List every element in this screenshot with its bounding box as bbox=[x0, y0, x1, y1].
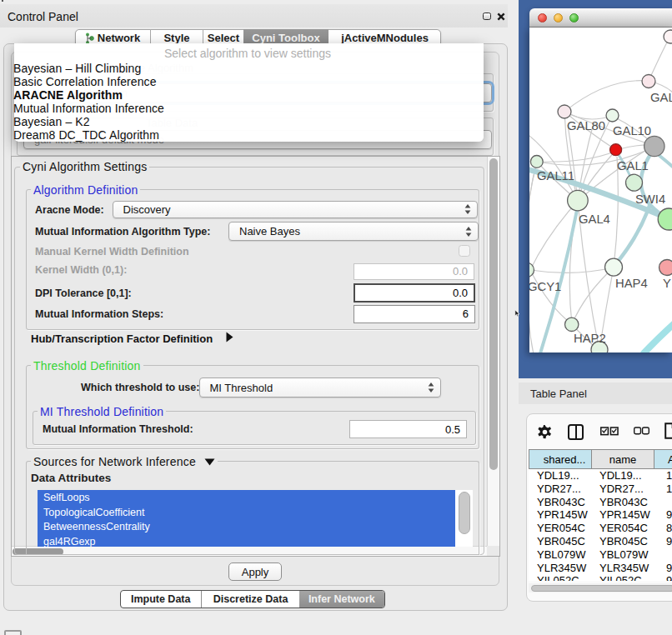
svg-text:GAL11: GAL11 bbox=[537, 169, 574, 182]
svg-text:SWI4: SWI4 bbox=[635, 192, 665, 206]
svg-text:GCY1: GCY1 bbox=[529, 280, 561, 293]
svg-text:Y: Y bbox=[663, 277, 671, 290]
svg-text:HAP2: HAP2 bbox=[574, 332, 606, 345]
svg-text:GAL4: GAL4 bbox=[579, 212, 610, 226]
svg-text:GAL10: GAL10 bbox=[613, 124, 651, 138]
svg-text:GAL: GAL bbox=[650, 91, 672, 104]
svg-text:HAP4: HAP4 bbox=[615, 277, 648, 290]
svg-text:GAL1: GAL1 bbox=[617, 159, 649, 172]
svg-text:GAL80: GAL80 bbox=[567, 119, 605, 132]
